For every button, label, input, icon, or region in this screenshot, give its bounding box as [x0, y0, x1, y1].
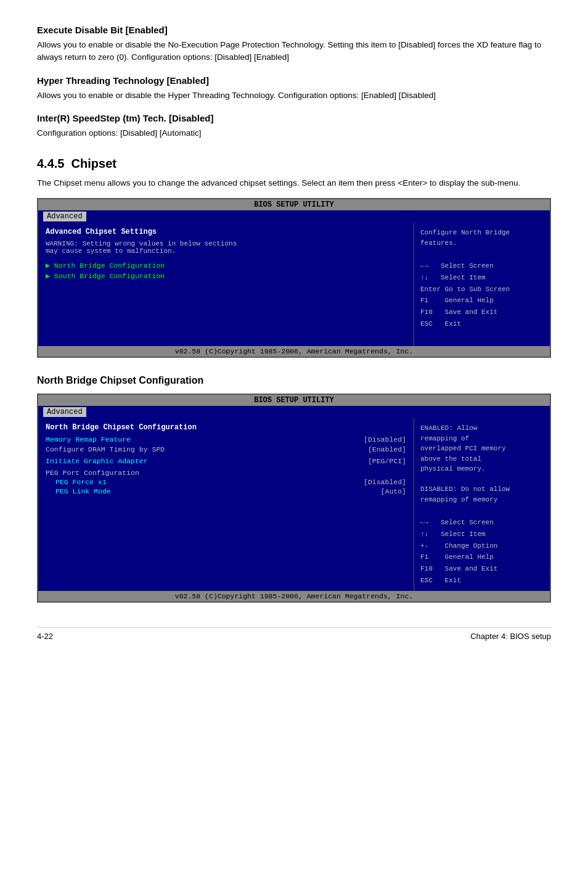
chipset-heading: 4.4.5 Chipset: [37, 157, 551, 171]
execute-disable-section: Execute Disable Bit [Enabled] Allows you…: [37, 25, 551, 64]
peg-link-mode-row[interactable]: PEG Link Mode [Auto]: [46, 487, 406, 495]
key-select-screen-2: ←→ Select Screen: [420, 517, 544, 529]
key-subscreen-1: Enter Go to Sub Screen: [420, 284, 544, 295]
graphic-adapter-value: [PEG/PCI]: [368, 457, 406, 465]
peg-port-config-label: PEG Port Configuration: [46, 469, 406, 477]
peg-link-mode-value: [Auto]: [381, 487, 406, 495]
bios-right-text-1: Configure North Bridgefeatures.: [420, 228, 544, 248]
dram-timing-label: Configure DRAM Timing by SPD: [46, 445, 165, 453]
bios-screen-2: BIOS SETUP UTILITY Advanced North Bridge…: [37, 394, 551, 603]
bios-left-header-2: North Bridge Chipset Configuration: [46, 423, 406, 432]
north-bridge-section: North Bridge Chipset Configuration BIOS …: [37, 375, 551, 603]
memory-remap-value: [Disabled]: [364, 435, 406, 444]
bios-warning-1: WARNING: Setting wrong values in below s…: [46, 240, 406, 255]
key-select-item-2: ↑↓ Select Item: [420, 529, 544, 540]
key-change-option-2: +- Change Option: [420, 540, 544, 552]
speedstep-body: Configuration options: [Disabled] [Autom…: [37, 127, 551, 139]
bios-tab-bar-2: Advanced: [38, 406, 550, 418]
key-save-1: F10 Save and Exit: [420, 307, 544, 318]
bios-row-memory-remap[interactable]: Memory Remap Feature [Disabled]: [46, 435, 406, 444]
bios-content-2: North Bridge Chipset Configuration Memor…: [38, 418, 550, 591]
key-save-2: F10 Save and Exit: [420, 563, 544, 575]
bios-title-bar-1: BIOS SETUP UTILITY: [38, 199, 550, 210]
speedstep-title: Inter(R) SpeedStep (tm) Tech. [Disabled]: [37, 113, 551, 123]
bios-keys-1: ←→ Select Screen ↑↓ Select Item Enter Go…: [420, 260, 544, 329]
key-help-1: F1 General Help: [420, 295, 544, 307]
north-bridge-heading: North Bridge Chipset Configuration: [37, 375, 551, 386]
bios-footer-1: v02.58 (C)Copyright 1985-2006, American …: [38, 346, 550, 357]
bios-left-panel-2: North Bridge Chipset Configuration Memor…: [38, 418, 414, 591]
bios-row-graphic-adapter[interactable]: Initiate Graphic Adapter [PEG/PCI]: [46, 457, 406, 465]
bios-south-bridge-menu[interactable]: South Bridge Configuration: [46, 271, 406, 280]
bios-keys-2: ←→ Select Screen ↑↓ Select Item +- Chang…: [420, 517, 544, 586]
execute-disable-body: Allows you to enable or disable the No-E…: [37, 39, 551, 64]
key-select-screen-1: ←→ Select Screen: [420, 260, 544, 272]
page-footer: 4-22 Chapter 4: BIOS setup: [37, 627, 551, 641]
bios-right-panel-2: ENABLED: Allow remapping of overlapped P…: [414, 418, 550, 591]
chipset-intro: The Chipset menu allows you to change th…: [37, 177, 551, 189]
bios-tab-advanced-1[interactable]: Advanced: [43, 212, 86, 221]
bios-north-bridge-menu[interactable]: North Bridge Configuration: [46, 261, 406, 270]
bios-left-header-1: Advanced Chipset Settings: [46, 228, 406, 236]
hyper-threading-section: Hyper Threading Technology [Enabled] All…: [37, 75, 551, 102]
bios-tab-advanced-2[interactable]: Advanced: [43, 407, 86, 417]
key-exit-1: ESC Exit: [420, 318, 544, 330]
bios-right-panel-1: Configure North Bridgefeatures. ←→ Selec…: [414, 223, 550, 346]
hyper-threading-body: Allows you to enable or disable the Hype…: [37, 89, 551, 102]
key-select-item-1: ↑↓ Select Item: [420, 272, 544, 284]
bios-warning-line1: WARNING: Setting wrong values in below s…: [46, 240, 237, 247]
chipset-title: Chipset: [71, 157, 116, 170]
peg-force-x1-row[interactable]: PEG Force x1 [Disabled]: [46, 478, 406, 486]
graphic-adapter-label: Initiate Graphic Adapter: [46, 457, 148, 465]
dram-timing-value: [Enabled]: [368, 445, 406, 453]
peg-force-x1-label: PEG Force x1: [55, 478, 107, 486]
chipset-section: 4.4.5 Chipset The Chipset menu allows yo…: [37, 157, 551, 358]
bios-warning-line2: may cause system to malfunction.: [46, 247, 176, 255]
bios-screen-1: BIOS SETUP UTILITY Advanced Advanced Chi…: [37, 198, 551, 358]
bios-footer-2: v02.58 (C)Copyright 1985-2006, American …: [38, 591, 550, 601]
hyper-threading-title: Hyper Threading Technology [Enabled]: [37, 75, 551, 86]
bios-tab-bar-1: Advanced: [38, 210, 550, 223]
chapter-label: Chapter 4: BIOS setup: [470, 632, 551, 641]
bios-row-dram-timing[interactable]: Configure DRAM Timing by SPD [Enabled]: [46, 445, 406, 453]
peg-link-mode-label: PEG Link Mode: [55, 487, 111, 495]
speedstep-section: Inter(R) SpeedStep (tm) Tech. [Disabled]…: [37, 113, 551, 139]
bios-content-1: Advanced Chipset Settings WARNING: Setti…: [38, 223, 550, 346]
chipset-number: 4.4.5: [37, 157, 64, 170]
peg-force-x1-value: [Disabled]: [364, 478, 406, 486]
page-number: 4-22: [37, 632, 53, 641]
bios-title-bar-2: BIOS SETUP UTILITY: [38, 395, 550, 406]
memory-remap-label: Memory Remap Feature: [46, 435, 131, 444]
bios-right-text-2: ENABLED: Allow remapping of overlapped P…: [420, 423, 544, 505]
bios-left-panel-1: Advanced Chipset Settings WARNING: Setti…: [38, 223, 414, 346]
execute-disable-title: Execute Disable Bit [Enabled]: [37, 25, 551, 35]
key-help-2: F1 General Help: [420, 551, 544, 563]
key-exit-2: ESC Exit: [420, 575, 544, 587]
